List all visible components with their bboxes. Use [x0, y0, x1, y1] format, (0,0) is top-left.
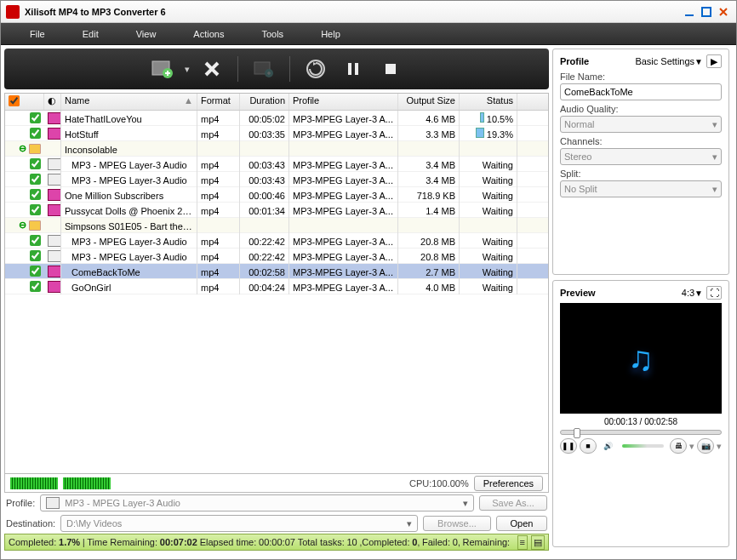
- mute-button[interactable]: 🔊: [599, 438, 616, 454]
- col-output-size[interactable]: Output Size: [398, 94, 460, 110]
- row-fmt: mp4: [197, 111, 240, 126]
- col-status[interactable]: Status: [460, 94, 517, 110]
- split-select[interactable]: No Split▾: [560, 180, 722, 197]
- destination-combo[interactable]: D:\My Videos▾: [60, 515, 418, 532]
- browse-button[interactable]: Browse...: [423, 516, 491, 531]
- video-icon: [44, 126, 61, 141]
- column-headers: ◐ Name ▲ Format Duration Profile Output …: [5, 94, 548, 111]
- close-button[interactable]: [716, 5, 731, 19]
- maximize-button[interactable]: [699, 5, 714, 19]
- file-row[interactable]: GoOnGirlmp400:04:24MP3-MPEG Layer-3 A...…: [5, 279, 548, 294]
- preview-title: Preview: [560, 288, 596, 298]
- row-checkbox[interactable]: [30, 189, 41, 200]
- menu-help[interactable]: Help: [302, 26, 359, 43]
- row-checkbox[interactable]: [30, 158, 41, 169]
- col-type-icon[interactable]: ◐: [44, 94, 61, 110]
- row-name: GoOnGirl: [61, 279, 197, 294]
- row-status: Waiting: [460, 233, 517, 249]
- row-dur: 00:03:43: [240, 172, 289, 187]
- row-status: 10.5%: [460, 111, 517, 126]
- stop-button[interactable]: [375, 54, 406, 84]
- snapshot-folder-icon[interactable]: 🖶: [670, 438, 687, 454]
- status-report-icon[interactable]: ▤: [531, 535, 545, 550]
- aspect-toggle[interactable]: 4:3▼: [682, 288, 703, 298]
- filename-input[interactable]: [560, 83, 722, 100]
- menu-actions[interactable]: Actions: [174, 26, 243, 43]
- stop-preview-button[interactable]: ■: [580, 438, 597, 454]
- quality-select[interactable]: Normal▾: [560, 116, 722, 133]
- row-fmt: mp4: [197, 233, 240, 249]
- audio-icon: [44, 233, 61, 249]
- row-fmt: mp4: [197, 249, 240, 264]
- add-profile-button[interactable]: [249, 54, 279, 84]
- col-name[interactable]: Name ▲: [61, 94, 197, 110]
- remove-button[interactable]: [197, 54, 227, 84]
- row-dur: [240, 141, 289, 157]
- menu-tools[interactable]: Tools: [243, 26, 302, 43]
- basic-settings-toggle[interactable]: Basic Settings▼: [635, 56, 703, 66]
- row-prof: MP3-MPEG Layer-3 A...: [289, 111, 398, 126]
- row-dur: 00:00:46: [240, 187, 289, 203]
- menu-edit[interactable]: Edit: [64, 26, 117, 43]
- status-view-icon[interactable]: ≡: [517, 535, 528, 550]
- file-row[interactable]: Pussycat Dolls @ Phoenix 24...mp400:01:3…: [5, 203, 548, 218]
- row-checkbox[interactable]: [30, 112, 41, 123]
- menu-view[interactable]: View: [117, 26, 175, 43]
- profile-panel-next-icon[interactable]: ▶: [706, 54, 722, 68]
- menubar: FileEditViewActionsToolsHelp: [1, 23, 736, 45]
- minimize-button[interactable]: [682, 5, 697, 19]
- col-check[interactable]: [5, 94, 44, 110]
- row-name: MP3 - MPEG Layer-3 Audio: [61, 249, 197, 264]
- profile-combo[interactable]: MP3 - MPEG Layer-3 Audio▾: [40, 494, 474, 511]
- save-as-button[interactable]: Save As...: [479, 495, 547, 511]
- folder-row[interactable]: ⊖Inconsolable: [5, 141, 548, 157]
- volume-slider[interactable]: [622, 444, 664, 448]
- file-row[interactable]: MP3 - MPEG Layer-3 Audiomp400:03:43MP3-M…: [5, 157, 548, 172]
- row-checkbox[interactable]: [30, 266, 41, 277]
- video-icon: [44, 187, 61, 203]
- video-icon: [44, 111, 61, 126]
- col-format[interactable]: Format: [197, 94, 240, 110]
- row-checkbox[interactable]: [30, 281, 41, 292]
- open-button[interactable]: Open: [496, 516, 547, 531]
- row-status: Waiting: [460, 203, 517, 218]
- row-fmt: mp4: [197, 172, 240, 187]
- snapshot-button[interactable]: 📷: [697, 438, 714, 454]
- video-icon: [44, 203, 61, 218]
- row-checkbox[interactable]: [30, 204, 41, 215]
- file-row[interactable]: MP3 - MPEG Layer-3 Audiomp400:03:43MP3-M…: [5, 172, 548, 187]
- row-checkbox[interactable]: [30, 128, 41, 139]
- file-row[interactable]: MP3 - MPEG Layer-3 Audiomp400:22:42MP3-M…: [5, 249, 548, 264]
- row-status: Waiting: [460, 157, 517, 172]
- file-row[interactable]: One Million Subscribersmp400:00:46MP3-MP…: [5, 187, 548, 203]
- channels-select[interactable]: Stereo▾: [560, 148, 722, 165]
- expand-icon[interactable]: ⊖: [17, 143, 27, 154]
- file-row[interactable]: MP3 - MPEG Layer-3 Audiomp400:22:42MP3-M…: [5, 233, 548, 249]
- row-size: 3.4 MB: [398, 157, 460, 172]
- play-pause-button[interactable]: ❚❚: [560, 438, 577, 454]
- file-row[interactable]: HotStuffmp400:03:35MP3-MPEG Layer-3 A...…: [5, 126, 548, 141]
- row-checkbox[interactable]: [30, 174, 41, 185]
- col-profile[interactable]: Profile: [289, 94, 398, 110]
- svg-rect-7: [348, 63, 351, 75]
- add-files-button[interactable]: [147, 54, 178, 84]
- profile-label: Profile:: [6, 498, 35, 508]
- menu-file[interactable]: File: [11, 26, 64, 43]
- pause-button[interactable]: [338, 54, 368, 84]
- row-checkbox[interactable]: [30, 250, 41, 261]
- convert-button[interactable]: [300, 54, 331, 84]
- seek-slider[interactable]: [560, 430, 722, 435]
- file-row[interactable]: ComeBackToMemp400:02:58MP3-MPEG Layer-3 …: [5, 264, 548, 279]
- row-checkbox[interactable]: [30, 235, 41, 246]
- fullscreen-icon[interactable]: ⛶: [706, 286, 722, 300]
- expand-icon[interactable]: ⊖: [17, 220, 27, 231]
- preferences-button[interactable]: Preferences: [474, 476, 543, 491]
- row-dur: 00:01:34: [240, 203, 289, 218]
- folder-row[interactable]: ⊖Simpsons S01E05 - Bart the G...: [5, 218, 548, 233]
- row-name: MP3 - MPEG Layer-3 Audio: [61, 172, 197, 187]
- file-row[interactable]: HateThatILoveYoump400:05:02MP3-MPEG Laye…: [5, 111, 548, 126]
- row-prof: MP3-MPEG Layer-3 A...: [289, 279, 398, 294]
- row-fmt: mp4: [197, 187, 240, 203]
- row-status: 19.3%: [460, 126, 517, 141]
- col-duration[interactable]: Duration: [240, 94, 289, 110]
